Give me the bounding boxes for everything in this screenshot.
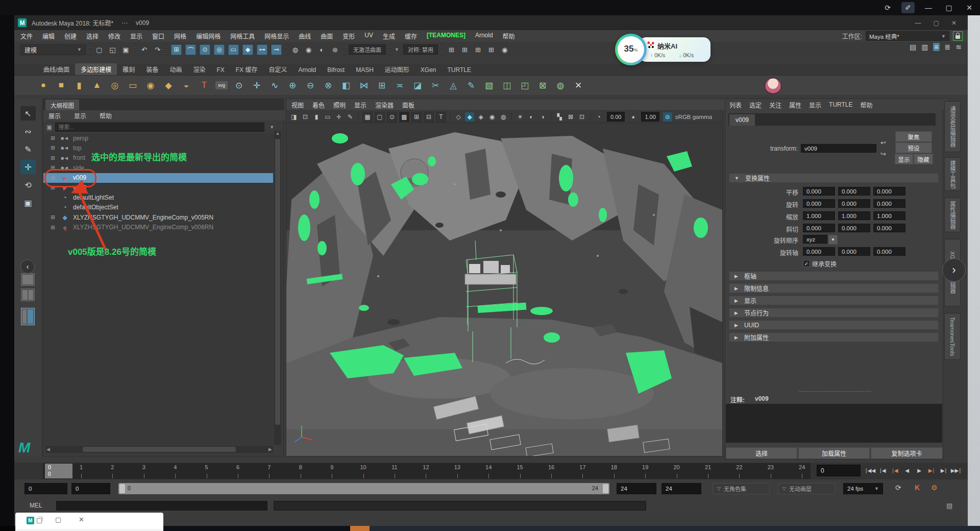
new-scene-icon[interactable]: ▢	[94, 45, 104, 55]
timeline-tick-2[interactable]: 2	[111, 464, 114, 470]
sidebar-tab-通道盒/层编辑器[interactable]: 通道盒/层编辑器	[944, 101, 961, 152]
timeline-tick-15[interactable]: 15	[517, 464, 523, 470]
shelf-tab-FX[interactable]: FX	[211, 65, 230, 75]
selection-filter-icon[interactable]: ▣	[46, 124, 52, 131]
section-UUID[interactable]: ▶UUID	[729, 320, 939, 330]
type-tool-icon[interactable]: T	[198, 79, 211, 92]
symmetry-field[interactable]: 对称: 禁用	[403, 44, 438, 55]
outliner-item-persp[interactable]: ⊞■◄persp	[43, 133, 273, 143]
shelf-tab-运动图形[interactable]: 运动图形	[379, 63, 415, 75]
layer-stack-icon[interactable]: ≋	[955, 43, 962, 51]
film-gate-icon[interactable]: ▢	[375, 112, 385, 122]
wireframe-on-shaded-icon[interactable]: ◍	[499, 112, 508, 122]
timeline-tick-4[interactable]: 4	[174, 464, 177, 470]
bridge-icon[interactable]: ≍	[393, 79, 406, 92]
focus-button[interactable]: 聚焦	[895, 131, 932, 142]
footer-button-复制选项卡[interactable]: 复制选项卡	[871, 447, 943, 459]
range-end-handle[interactable]	[603, 484, 608, 493]
menu-item-修改[interactable]: 修改	[108, 32, 120, 40]
shelf-tab-曲线/曲面[interactable]: 曲线/曲面	[38, 63, 75, 75]
transform-name-field[interactable]: v009	[801, 144, 876, 153]
close-icon[interactable]: ✕	[951, 19, 957, 27]
outliner-tab[interactable]: 大纲视图	[45, 100, 79, 110]
mel-label[interactable]: MEL	[30, 502, 42, 509]
snap-to-point-icon[interactable]: ⊙	[200, 44, 210, 55]
inherit-transform-checkbox[interactable]: ✓	[803, 260, 810, 267]
svg-tool-icon[interactable]: svg	[215, 81, 228, 89]
shelf-tab-渲染[interactable]: 渲染	[187, 63, 211, 75]
outliner-search-input[interactable]	[55, 123, 264, 132]
display-option-icon-4[interactable]: ◉	[500, 45, 509, 55]
outliner-item-XLYZHSGTYGH_UDCMMV_EngineComp_v005RN[interactable]: ⊞◆XLYZHSGTYGH_UDCMMV_EngineComp_v005RN	[43, 212, 273, 222]
timeline-tick-16[interactable]: 16	[548, 464, 554, 470]
hide-button[interactable]: 隐藏	[914, 154, 933, 164]
outliner-horizontal-scrollbar[interactable]: ◀▶	[45, 446, 273, 453]
viewport-camera-icon[interactable]: ◨	[289, 112, 299, 122]
display-grid-icon[interactable]: ▤	[910, 43, 916, 51]
undo-icon[interactable]: ↶	[139, 45, 149, 55]
viewport-menu-渲染器[interactable]: 渲染器	[375, 101, 394, 109]
gamma-field[interactable]: 1.00	[641, 112, 659, 122]
footer-button-加载属性[interactable]: 加载属性	[798, 447, 870, 459]
go-to-end-button[interactable]: ▶▶∣	[950, 464, 962, 477]
workspace-dropdown[interactable]: Maya 经典* ▼	[866, 31, 949, 41]
step-forward-frame-button[interactable]: ▶∣	[938, 464, 949, 477]
timeline-tick-12[interactable]: 12	[423, 464, 429, 470]
menu-item-编辑[interactable]: 编辑	[42, 32, 55, 40]
viewport-canvas[interactable]: persp	[286, 123, 722, 456]
shelf-tab-XGen[interactable]: XGen	[415, 65, 442, 75]
timeline-tick-11[interactable]: 11	[391, 464, 397, 470]
step-back-frame-button[interactable]: ∣◀	[877, 464, 888, 477]
color-management-icon[interactable]: ⊜	[663, 112, 672, 122]
fps-dropdown[interactable]: 24 fps▼	[843, 483, 883, 494]
ai-progress-badge[interactable]: 35%	[615, 34, 647, 65]
timeline-tick-23[interactable]: 23	[768, 464, 774, 470]
display-option-icon-1[interactable]: ⊞	[460, 45, 470, 55]
menu-item-变形[interactable]: 变形	[342, 32, 355, 40]
play-forwards-button[interactable]: ▶	[914, 464, 925, 477]
anim-layer-dropdown[interactable]: ▽ 无动画层	[778, 483, 835, 494]
rotate-order-dropdown[interactable]: xyz	[803, 235, 827, 244]
斜切-field-y[interactable]: 0.000	[838, 224, 870, 232]
polygon-cylinder-icon[interactable]: ▮	[72, 79, 86, 92]
menu-item-帮助[interactable]: 帮助	[503, 32, 515, 40]
timeline-tick-3[interactable]: 3	[142, 464, 145, 470]
polygon-disc-icon[interactable]: ◉	[144, 79, 157, 92]
workspace-lock-button[interactable]	[953, 31, 963, 41]
render-current-frame-icon[interactable]: ◉	[304, 45, 313, 55]
paint-select-tool-icon[interactable]: ✎	[20, 142, 36, 156]
sidebar-tab-TeamonesTools[interactable]: TeamonesTools	[944, 313, 961, 360]
loop-toggle-icon[interactable]: ⟳	[895, 484, 901, 492]
image-plane-icon[interactable]: ▭	[323, 112, 332, 122]
layout-single-pane-button[interactable]	[21, 273, 35, 286]
平移-field-z[interactable]: 0.000	[873, 187, 905, 196]
active-surface-field[interactable]: 无激活曲面	[349, 44, 386, 55]
attribute-layout-icon[interactable]: ≣	[945, 43, 951, 51]
viewport-menu-视图[interactable]: 视图	[291, 101, 304, 109]
shaded-icon[interactable]: ◆	[465, 112, 474, 122]
lattice-icon[interactable]: ⊠	[536, 79, 549, 92]
平移-field-x[interactable]: 0.000	[803, 187, 835, 196]
go-to-start-button[interactable]: ∣◀◀	[865, 464, 876, 477]
shelf-tab-TURTLE[interactable]: TURTLE	[442, 65, 477, 75]
timeline-ruler[interactable]: 0 0 123456789101112131415161718192021222…	[43, 463, 811, 479]
animation-end-field[interactable]: 24	[662, 483, 701, 494]
section-节点行为[interactable]: ▶节点行为	[729, 308, 939, 318]
timeline-tick-22[interactable]: 22	[736, 464, 742, 470]
grid-toggle-icon[interactable]: ▦	[362, 112, 373, 122]
footer-button-选择[interactable]: 选择	[726, 447, 797, 459]
output-connections-icon[interactable]: ⊸	[271, 44, 282, 55]
playback-end-field[interactable]: 24	[617, 483, 656, 494]
animation-preferences-icon[interactable]: ⚙	[931, 484, 938, 492]
expand-icon[interactable]: ⊞	[51, 214, 55, 221]
menu-item-生成[interactable]: 生成	[383, 32, 395, 40]
outliner-menu-显示[interactable]: 显示	[74, 111, 86, 120]
timeline-tick-24[interactable]: 24	[799, 464, 805, 470]
collapse-left-panel-button[interactable]: ‹	[20, 259, 35, 274]
open-scene-icon[interactable]: ◱	[108, 45, 117, 55]
缩放-field-z[interactable]: 1.000	[873, 211, 905, 220]
select-tool-icon[interactable]: ↖	[20, 106, 36, 120]
timeline-tick-20[interactable]: 20	[673, 464, 679, 470]
use-default-material-icon[interactable]: ◉	[487, 112, 497, 122]
animation-start-field[interactable]: 0	[24, 483, 67, 494]
